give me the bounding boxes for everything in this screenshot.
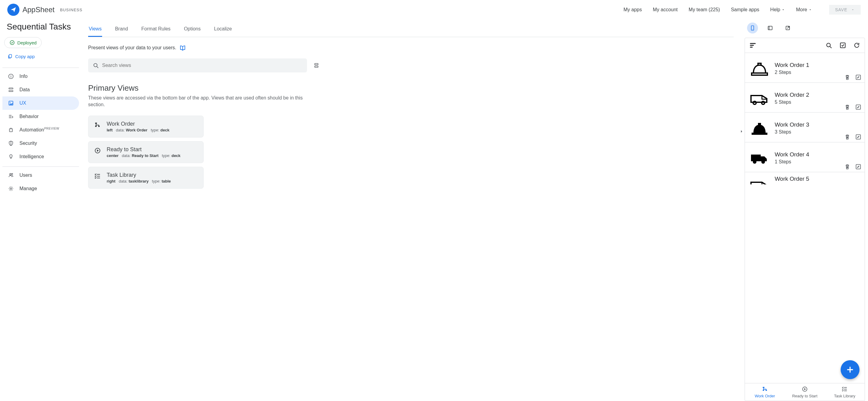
- edit-icon[interactable]: [855, 163, 862, 170]
- brand-name: AppSheet: [23, 5, 54, 14]
- nav-my-account[interactable]: My account: [653, 7, 678, 12]
- bottom-nav-ready[interactable]: Ready to Start: [785, 383, 825, 401]
- work-order-row[interactable]: Work Order 1 2 Steps: [745, 53, 865, 83]
- preview-badge: PREVIEW: [44, 127, 59, 130]
- sidebar-item-ux[interactable]: UX: [2, 96, 79, 110]
- search-icon[interactable]: [825, 42, 832, 49]
- work-order-row[interactable]: Work Order 4 1 Steps: [745, 142, 865, 172]
- work-order-title: Work Order 1: [775, 62, 860, 68]
- search-views-input[interactable]: [102, 63, 303, 68]
- sidebar-item-manage[interactable]: Manage: [2, 182, 79, 195]
- phone-icon: [749, 25, 755, 31]
- delete-icon[interactable]: [844, 104, 851, 110]
- edit-icon[interactable]: [855, 74, 862, 81]
- tablet-icon: [767, 25, 773, 31]
- nav-my-apps[interactable]: My apps: [624, 7, 642, 12]
- sidebar-item-data[interactable]: Data: [2, 83, 79, 96]
- sidebar-item-users[interactable]: Users: [2, 169, 79, 182]
- phone-top-bar: [745, 38, 865, 53]
- delete-icon[interactable]: [844, 163, 851, 170]
- open-external-icon: [785, 25, 791, 31]
- work-order-row[interactable]: Work Order 3 3 Steps: [745, 113, 865, 142]
- tab-localize[interactable]: Localize: [213, 22, 232, 37]
- users-icon: [8, 172, 14, 178]
- preview-phone-button[interactable]: [747, 23, 758, 33]
- nav-more[interactable]: More: [796, 7, 812, 12]
- section-title: Primary Views: [88, 73, 734, 93]
- intelligence-icon: [8, 154, 14, 160]
- sidebar-item-automation[interactable]: Automation PREVIEW: [2, 123, 79, 137]
- hint-text: Present views of your data to your users…: [88, 37, 734, 58]
- nav-help[interactable]: Help: [770, 7, 785, 12]
- work-order-row[interactable]: Work Order 2 5 Steps: [745, 83, 865, 113]
- refresh-icon[interactable]: [853, 42, 860, 49]
- tab-views[interactable]: Views: [88, 22, 102, 37]
- bottom-nav-work-order[interactable]: Work Order: [745, 383, 785, 401]
- preview-tablet-button[interactable]: [765, 23, 776, 33]
- view-card-name: Ready to Start: [107, 146, 181, 153]
- deployed-pill[interactable]: Deployed: [4, 37, 42, 48]
- manage-icon: [8, 185, 14, 192]
- data-icon: [8, 87, 14, 93]
- app-logo-icon: [7, 4, 20, 16]
- phone-preview: Work Order 1 2 Steps Work Order 2 5 Step…: [745, 38, 865, 401]
- copy-app-button[interactable]: Copy app: [4, 51, 39, 61]
- tab-brand[interactable]: Brand: [114, 22, 129, 37]
- book-icon[interactable]: [179, 45, 186, 51]
- view-card[interactable]: Ready to Start center data: Ready to Sta…: [88, 141, 204, 163]
- nav-sample-apps[interactable]: Sample apps: [731, 7, 759, 12]
- sidebar-item-security[interactable]: Security: [2, 137, 79, 150]
- plus-icon: [846, 365, 854, 374]
- view-card-name: Task Library: [107, 172, 171, 178]
- view-card-meta: center data: Ready to Start type: deck: [107, 153, 181, 158]
- caret-down-icon: [851, 8, 855, 11]
- tab-format-rules[interactable]: Format Rules: [141, 22, 171, 37]
- save-button[interactable]: SAVE: [829, 5, 861, 15]
- play-icon: [801, 386, 808, 393]
- app-title: Sequential Tasks: [2, 20, 79, 37]
- work-order-icon: [750, 91, 769, 106]
- preview-open-button[interactable]: [782, 23, 793, 33]
- sidebar-item-behavior[interactable]: Behavior: [2, 110, 79, 123]
- work-order-row[interactable]: Work Order 5: [745, 172, 865, 184]
- search-icon: [92, 62, 99, 69]
- expand-preview-icon[interactable]: [739, 129, 743, 134]
- sort-icon[interactable]: [749, 42, 756, 49]
- view-card[interactable]: Task Library right data: tasklibrary typ…: [88, 167, 204, 189]
- work-order-icon: [750, 150, 769, 166]
- select-icon[interactable]: [839, 42, 846, 49]
- edit-icon[interactable]: [855, 134, 862, 140]
- top-bar: AppSheet BUSINESS My apps My account My …: [0, 0, 868, 20]
- tree-icon: [762, 386, 768, 393]
- view-card[interactable]: Work Order left data: Work Order type: d…: [88, 116, 204, 138]
- delete-icon[interactable]: [844, 74, 851, 81]
- delete-icon[interactable]: [844, 134, 851, 140]
- top-nav: My apps My account My team (225) Sample …: [624, 5, 861, 15]
- left-sidebar: Sequential Tasks Deployed Copy app Info …: [0, 20, 79, 401]
- section-desc: These views are accessed via the bottom …: [88, 93, 307, 116]
- work-order-title: Work Order 2: [775, 92, 860, 98]
- view-card-icon: [94, 173, 101, 180]
- layout-toggle-icon[interactable]: [313, 62, 320, 69]
- work-order-icon: [750, 120, 769, 136]
- security-icon: [8, 140, 14, 146]
- work-order-title: Work Order 4: [775, 151, 860, 158]
- check-circle-icon: [9, 40, 15, 45]
- tab-options[interactable]: Options: [183, 22, 201, 37]
- fab-add-button[interactable]: [841, 360, 860, 379]
- preview-panel: Work Order 1 2 Steps Work Order 2 5 Step…: [743, 20, 868, 401]
- sidebar-item-intelligence[interactable]: Intelligence: [2, 150, 79, 163]
- work-order-icon: [750, 61, 769, 76]
- edit-icon[interactable]: [855, 104, 862, 110]
- tasklist-icon: [841, 386, 848, 393]
- automation-icon: [8, 127, 14, 133]
- view-card-name: Work Order: [107, 121, 169, 127]
- search-views-box[interactable]: [88, 58, 307, 73]
- bottom-nav-library[interactable]: Task Library: [825, 383, 865, 401]
- preview-mode-icons: [745, 21, 865, 38]
- work-order-list: Work Order 1 2 Steps Work Order 2 5 Step…: [745, 53, 865, 383]
- info-icon: [8, 73, 14, 79]
- sidebar-item-info[interactable]: Info: [2, 70, 79, 83]
- logo-area: AppSheet BUSINESS: [7, 4, 82, 16]
- nav-my-team[interactable]: My team (225): [689, 7, 720, 12]
